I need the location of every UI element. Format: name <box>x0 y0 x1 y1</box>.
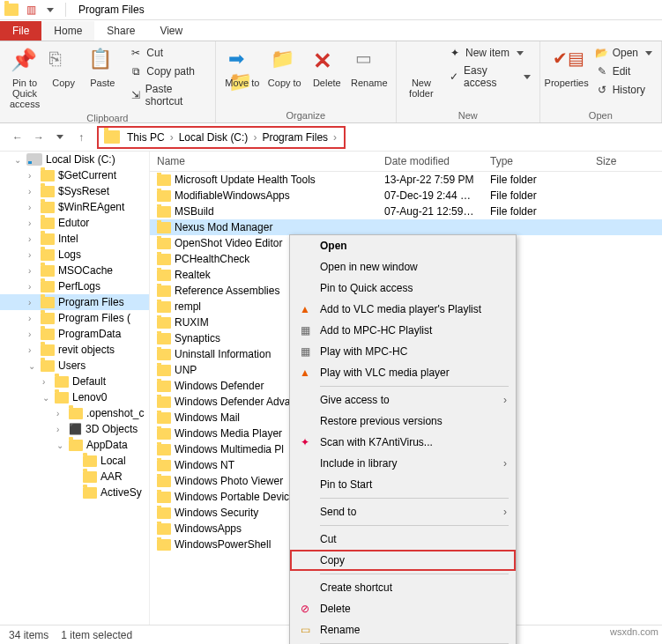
list-item[interactable]: Nexus Mod Manager <box>150 219 662 235</box>
copy-button[interactable]: ⎘Copy <box>44 44 83 90</box>
tree-item[interactable]: ›Logs <box>0 247 149 263</box>
tree-item[interactable]: ›Program Files ( <box>0 310 149 326</box>
context-item[interactable]: Copy <box>290 550 516 571</box>
context-item[interactable]: Open in new window <box>290 256 516 278</box>
expand-icon[interactable]: › <box>28 314 31 323</box>
chevron-right-icon[interactable]: › <box>251 131 258 144</box>
qat-dropdown-icon[interactable] <box>42 2 58 18</box>
expand-icon[interactable]: › <box>56 409 59 418</box>
tree-item[interactable]: ⌄Local Disk (C:) <box>0 152 149 167</box>
context-item[interactable]: Create shortcut <box>290 577 516 598</box>
breadcrumb-item[interactable]: This PC <box>125 130 167 145</box>
expand-icon[interactable]: › <box>28 187 31 196</box>
context-item[interactable]: ▲Add to VLC media player's Playlist <box>290 299 516 320</box>
context-item[interactable]: Restore previous versions <box>290 411 516 432</box>
tree-item[interactable]: ›Program Files <box>0 294 149 310</box>
tab-share[interactable]: Share <box>94 21 147 41</box>
expand-icon[interactable]: › <box>28 329 31 339</box>
tree-item[interactable]: ⌄Lenov0 <box>0 389 149 405</box>
context-item[interactable]: Open <box>290 235 516 256</box>
nav-tree[interactable]: ⌄Local Disk (C:)›$GetCurrent›$SysReset›$… <box>0 152 150 644</box>
tree-item[interactable]: ›MSOCache <box>0 263 149 278</box>
tree-item[interactable]: ›$SysReset <box>0 183 149 199</box>
expand-icon[interactable]: ⌄ <box>42 393 49 403</box>
tree-item[interactable]: ActiveSy <box>0 485 149 500</box>
move-to-button[interactable]: ➡📁Move to <box>221 44 264 90</box>
tab-view[interactable]: View <box>147 21 195 41</box>
context-item[interactable]: ✦Scan with K7AntiVirus... <box>290 432 516 453</box>
context-item[interactable]: ▦Play with MPC-HC <box>290 341 516 362</box>
breadcrumb-item[interactable]: Local Disk (C:) <box>177 130 250 145</box>
expand-icon[interactable]: › <box>42 377 45 387</box>
expand-icon[interactable]: › <box>28 282 31 292</box>
tree-item[interactable]: ›ProgramData <box>0 326 149 342</box>
expand-icon[interactable]: › <box>28 266 31 276</box>
easy-access-button[interactable]: ✓Easy access <box>444 63 534 91</box>
paste-shortcut-button[interactable]: ⇲Paste shortcut <box>125 81 209 109</box>
up-button[interactable]: ↑ <box>71 127 92 148</box>
tree-item[interactable]: ›Edutor <box>0 215 149 231</box>
forward-button[interactable]: → <box>28 127 49 148</box>
tree-item[interactable]: AAR <box>0 469 149 485</box>
history-button[interactable]: ↺History <box>591 81 656 99</box>
list-item[interactable]: Microsoft Update Health Tools13-Apr-22 7… <box>150 172 662 188</box>
tab-home[interactable]: Home <box>41 21 94 41</box>
save-icon[interactable]: ▥ <box>23 2 39 18</box>
tree-item[interactable]: ›PerfLogs <box>0 278 149 294</box>
expand-icon[interactable]: › <box>28 203 31 212</box>
new-folder-button[interactable]: New folder <box>402 44 441 100</box>
expand-icon[interactable]: › <box>28 234 31 244</box>
rename-button[interactable]: ▭Rename <box>348 44 391 90</box>
cut-button[interactable]: ✂Cut <box>125 44 209 62</box>
list-item[interactable]: MSBuild07-Aug-21 12:59 P...File folder <box>150 204 662 219</box>
expand-icon[interactable]: › <box>28 171 31 181</box>
context-item[interactable]: Send to› <box>290 501 516 522</box>
context-item[interactable]: Pin to Start <box>290 474 516 495</box>
context-item[interactable]: ▲Play with VLC media player <box>290 362 516 383</box>
tree-item[interactable]: ›revit objects <box>0 342 149 358</box>
tree-item[interactable]: ⌄Users <box>0 358 149 374</box>
paste-button[interactable]: 📋Paste <box>83 44 122 90</box>
context-item[interactable]: Cut <box>290 529 516 550</box>
col-size[interactable]: Size <box>589 152 642 171</box>
open-button[interactable]: 📂Open <box>591 44 656 62</box>
breadcrumb-item[interactable]: Program Files <box>260 130 330 145</box>
col-name[interactable]: Name <box>150 152 377 171</box>
column-headers[interactable]: Name Date modified Type Size <box>150 152 662 172</box>
tab-file[interactable]: File <box>0 21 41 41</box>
pin-quick-access-button[interactable]: 📌Pin to Quick access <box>5 44 44 111</box>
expand-icon[interactable]: › <box>28 250 31 260</box>
copy-to-button[interactable]: 📁Copy to <box>264 44 306 90</box>
tree-item[interactable]: Local <box>0 453 149 469</box>
context-item[interactable]: ▭Rename <box>290 619 516 640</box>
expand-icon[interactable]: › <box>28 298 31 307</box>
edit-button[interactable]: ✎Edit <box>591 63 656 80</box>
context-item[interactable]: Include in library› <box>290 453 516 474</box>
col-date[interactable]: Date modified <box>377 152 483 171</box>
tree-item[interactable]: ›$WinREAgent <box>0 199 149 215</box>
breadcrumb[interactable]: This PC› Local Disk (C:)› Program Files› <box>97 126 346 149</box>
tree-item[interactable]: ›$GetCurrent <box>0 167 149 183</box>
chevron-right-icon[interactable]: › <box>168 131 175 144</box>
tree-item[interactable]: ›⬛3D Objects <box>0 421 149 437</box>
context-item[interactable]: ▦Add to MPC-HC Playlist <box>290 320 516 341</box>
context-item[interactable]: ⊘Delete <box>290 598 516 619</box>
tree-item[interactable]: ⌄AppData <box>0 437 149 453</box>
properties-button[interactable]: ✔▤Properties <box>546 44 588 90</box>
tree-item[interactable]: ›Default <box>0 374 149 389</box>
expand-icon[interactable]: › <box>56 425 59 434</box>
expand-icon[interactable]: ⌄ <box>14 155 21 165</box>
back-button[interactable]: ← <box>7 127 28 148</box>
expand-icon[interactable]: › <box>28 345 31 355</box>
context-item[interactable]: Give access to› <box>290 389 516 411</box>
expand-icon[interactable]: › <box>28 218 31 228</box>
tree-item[interactable]: ›.openshot_c <box>0 405 149 421</box>
chevron-right-icon[interactable]: › <box>331 131 338 144</box>
copy-path-button[interactable]: ⧉Copy path <box>125 63 209 80</box>
recent-dropdown[interactable] <box>49 127 71 148</box>
expand-icon[interactable]: ⌄ <box>56 440 63 450</box>
list-item[interactable]: ModifiableWindowsApps07-Dec-19 2:44 PMFi… <box>150 188 662 204</box>
new-item-button[interactable]: ✦New item <box>444 44 534 62</box>
col-type[interactable]: Type <box>483 152 589 171</box>
context-item[interactable]: Pin to Quick access <box>290 278 516 299</box>
